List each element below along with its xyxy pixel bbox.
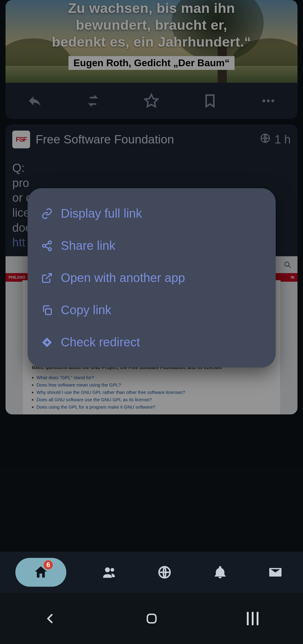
recents-icon	[247, 612, 258, 625]
menu-display-full-link[interactable]: Display full link	[28, 197, 276, 230]
svg-point-10	[105, 567, 110, 572]
sys-back[interactable]	[20, 606, 81, 631]
sys-recents[interactable]	[222, 606, 283, 631]
menu-copy-link[interactable]: Copy link	[28, 294, 276, 326]
menu-check-redirect[interactable]: Check redirect	[28, 326, 276, 358]
svg-point-6	[49, 241, 52, 244]
chevron-left-icon	[44, 612, 57, 625]
bottom-nav: 6	[0, 552, 303, 593]
svg-point-11	[111, 568, 114, 572]
mail-icon	[268, 565, 283, 580]
svg-point-8	[49, 248, 52, 251]
globe-icon	[157, 565, 172, 580]
rounded-square-icon	[145, 612, 158, 625]
link-icon	[41, 208, 53, 219]
system-nav	[0, 593, 303, 644]
menu-share-link[interactable]: Share link	[28, 230, 276, 262]
nav-people[interactable]	[97, 560, 122, 585]
nav-explore[interactable]	[152, 560, 177, 585]
link-context-menu: Display full link Share link Open with a…	[28, 188, 276, 368]
bell-icon	[213, 565, 227, 580]
nav-messages[interactable]	[263, 560, 288, 585]
home-badge: 6	[44, 560, 53, 570]
nav-notifications[interactable]	[208, 560, 232, 585]
open-external-icon	[41, 272, 53, 284]
menu-open-another-app[interactable]: Open with another app	[28, 262, 276, 294]
people-icon	[102, 565, 117, 580]
svg-rect-9	[45, 309, 51, 314]
svg-rect-13	[147, 614, 156, 623]
copy-icon	[41, 304, 53, 316]
directions-icon	[41, 337, 53, 348]
nav-home[interactable]: 6	[15, 558, 66, 587]
sys-home[interactable]	[121, 606, 182, 631]
share-icon	[41, 240, 53, 252]
svg-point-7	[43, 244, 46, 247]
